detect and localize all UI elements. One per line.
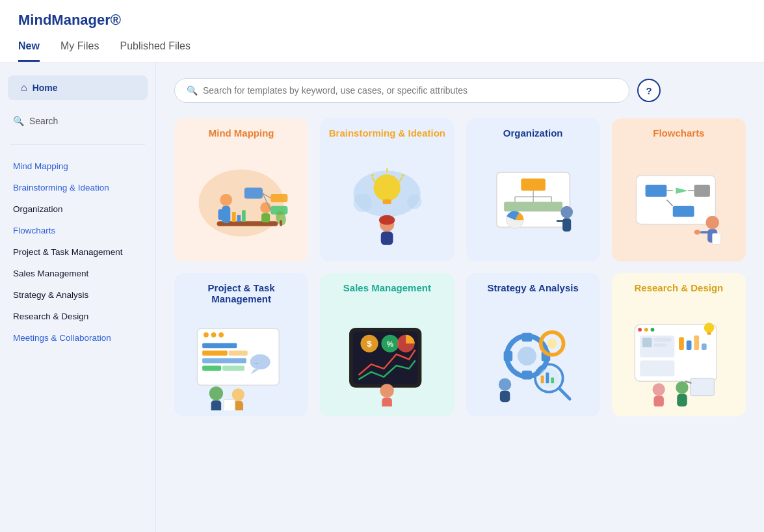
svg-point-70 bbox=[209, 386, 223, 400]
svg-point-101 bbox=[638, 328, 642, 332]
card-research-image bbox=[612, 299, 746, 416]
svg-rect-87 bbox=[521, 370, 531, 379]
svg-point-41 bbox=[560, 206, 573, 218]
svg-point-72 bbox=[232, 388, 244, 401]
svg-rect-45 bbox=[645, 184, 666, 196]
tab-new[interactable]: New bbox=[18, 40, 40, 62]
card-strategy[interactable]: Strategy & Analysis bbox=[466, 273, 600, 416]
card-mind-mapping-image bbox=[174, 144, 308, 261]
svg-point-85 bbox=[517, 347, 536, 366]
svg-rect-119 bbox=[690, 378, 714, 395]
sidebar-item-meetings[interactable]: Meetings & Collaboration bbox=[0, 327, 155, 349]
svg-rect-54 bbox=[700, 231, 709, 233]
sidebar-item-mind-mapping[interactable]: Mind Mapping bbox=[0, 155, 155, 177]
main-layout: ⌂ Home 🔍 Search Mind Mapping Brainstormi… bbox=[0, 62, 764, 532]
svg-rect-43 bbox=[556, 220, 563, 222]
svg-point-55 bbox=[694, 230, 700, 235]
svg-rect-118 bbox=[677, 393, 687, 406]
tab-published-files[interactable]: Published Files bbox=[120, 40, 191, 62]
svg-rect-105 bbox=[642, 338, 652, 347]
svg-rect-71 bbox=[211, 401, 221, 410]
search-bar: 🔍 bbox=[174, 78, 629, 103]
svg-rect-51 bbox=[673, 206, 694, 217]
sidebar-item-brainstorming[interactable]: Brainstorming & Ideation bbox=[0, 177, 155, 198]
svg-rect-86 bbox=[521, 332, 531, 341]
svg-point-115 bbox=[652, 383, 665, 395]
card-flowcharts-title: Flowcharts bbox=[612, 118, 746, 144]
sidebar-item-research[interactable]: Research & Design bbox=[0, 306, 155, 327]
sidebar-divider bbox=[10, 144, 145, 145]
app-logo: MindManager® bbox=[18, 12, 746, 29]
svg-point-117 bbox=[676, 381, 688, 393]
svg-rect-83 bbox=[382, 397, 392, 406]
svg-point-18 bbox=[354, 193, 372, 211]
svg-rect-96 bbox=[546, 372, 549, 382]
svg-rect-66 bbox=[222, 366, 244, 371]
svg-point-19 bbox=[407, 194, 422, 209]
card-project-task[interactable]: Project & Task Management bbox=[174, 273, 308, 416]
card-flowcharts[interactable]: Flowcharts bbox=[612, 118, 746, 261]
card-organization[interactable]: Organization bbox=[466, 118, 600, 261]
svg-rect-74 bbox=[224, 400, 235, 410]
svg-rect-110 bbox=[686, 340, 691, 350]
svg-rect-108 bbox=[640, 360, 674, 376]
card-mind-mapping[interactable]: Mind Mapping bbox=[174, 118, 308, 261]
svg-rect-111 bbox=[694, 335, 699, 349]
svg-rect-63 bbox=[229, 351, 248, 356]
svg-rect-109 bbox=[679, 337, 684, 349]
svg-rect-6 bbox=[261, 213, 270, 222]
sidebar-item-sales[interactable]: Sales Management bbox=[0, 263, 155, 284]
card-mind-mapping-title: Mind Mapping bbox=[174, 118, 308, 144]
card-brainstorming-title: Brainstorming & Ideation bbox=[320, 118, 454, 144]
help-button[interactable]: ? bbox=[637, 79, 661, 102]
sidebar-item-project-task[interactable]: Project & Task Management bbox=[0, 241, 155, 263]
sidebar-item-flowcharts[interactable]: Flowcharts bbox=[0, 220, 155, 241]
search-input[interactable] bbox=[203, 85, 617, 96]
svg-point-0 bbox=[199, 169, 284, 236]
svg-text:✦: ✦ bbox=[370, 172, 375, 178]
svg-rect-14 bbox=[242, 210, 246, 222]
svg-rect-114 bbox=[707, 332, 711, 334]
card-research-title: Research & Design bbox=[612, 273, 746, 299]
sidebar-item-organization[interactable]: Organization bbox=[0, 198, 155, 220]
svg-text:%: % bbox=[387, 339, 394, 348]
svg-rect-99 bbox=[499, 390, 509, 401]
card-research[interactable]: Research & Design bbox=[612, 273, 746, 416]
svg-point-60 bbox=[218, 332, 224, 338]
search-icon: 🔍 bbox=[13, 116, 24, 126]
card-flowcharts-image bbox=[612, 144, 746, 261]
home-icon: ⌂ bbox=[21, 82, 27, 94]
svg-rect-3 bbox=[222, 206, 230, 222]
svg-text:$: $ bbox=[367, 339, 373, 349]
card-organization-image bbox=[466, 144, 600, 261]
card-strategy-title: Strategy & Analysis bbox=[466, 273, 600, 299]
svg-rect-49 bbox=[694, 184, 709, 196]
card-sales[interactable]: Sales Management $ % bbox=[320, 273, 454, 416]
card-brainstorming[interactable]: Brainstorming & Ideation bbox=[320, 118, 454, 261]
sidebar-search-item[interactable]: 🔍 Search bbox=[0, 111, 155, 131]
svg-text:✦: ✦ bbox=[401, 172, 406, 178]
tab-my-files[interactable]: My Files bbox=[60, 40, 99, 62]
card-organization-title: Organization bbox=[466, 118, 600, 144]
sidebar-item-strategy[interactable]: Strategy & Analysis bbox=[0, 284, 155, 306]
svg-line-94 bbox=[559, 388, 569, 398]
svg-rect-64 bbox=[202, 358, 246, 364]
svg-point-29 bbox=[379, 215, 395, 224]
svg-rect-39 bbox=[540, 202, 562, 211]
svg-text:...: ... bbox=[254, 359, 259, 366]
card-brainstorming-image: ✦ ✦ bbox=[320, 144, 454, 261]
svg-rect-8 bbox=[270, 193, 287, 202]
svg-rect-16 bbox=[280, 220, 282, 226]
svg-rect-7 bbox=[244, 187, 263, 198]
svg-point-91 bbox=[547, 338, 557, 348]
sidebar-home[interactable]: ⌂ Home bbox=[8, 75, 148, 100]
svg-rect-107 bbox=[653, 343, 666, 347]
svg-point-103 bbox=[650, 328, 654, 332]
template-grid: Mind Mapping bbox=[174, 118, 746, 416]
card-sales-title: Sales Management bbox=[320, 273, 454, 299]
svg-point-82 bbox=[380, 384, 394, 397]
svg-rect-97 bbox=[551, 377, 554, 383]
svg-rect-106 bbox=[653, 338, 671, 341]
svg-point-59 bbox=[211, 332, 217, 338]
card-sales-image: $ % bbox=[320, 299, 454, 416]
